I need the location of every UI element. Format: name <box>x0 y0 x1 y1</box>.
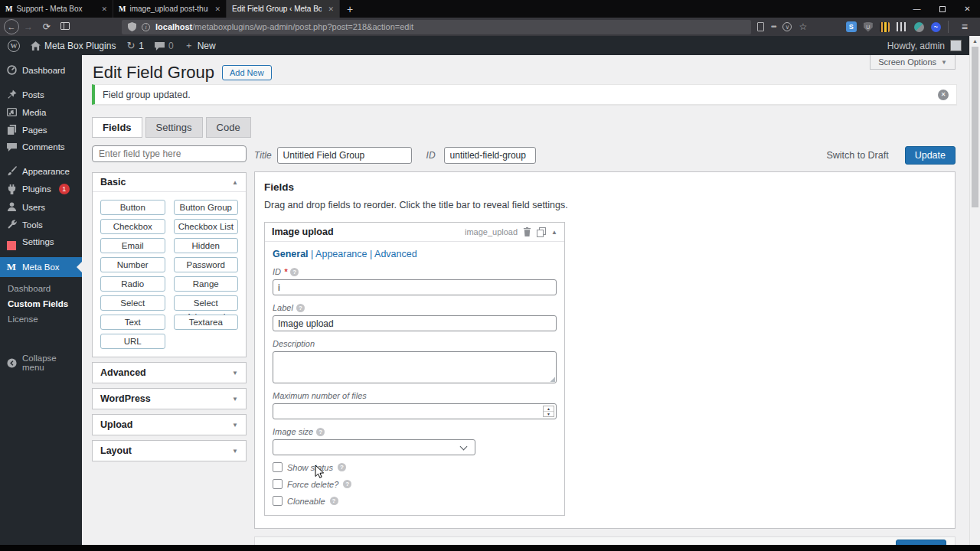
switch-to-draft-link[interactable]: Switch to Draft <box>826 150 888 161</box>
advanced-section-header[interactable]: Advanced ▼ <box>93 363 246 383</box>
field-box-header[interactable]: Image upload image_upload ▲ <box>265 223 564 242</box>
back-icon[interactable]: ← <box>4 19 19 34</box>
reader-mode-icon[interactable] <box>757 22 764 31</box>
scrollbar-thumb[interactable] <box>972 47 978 207</box>
dismiss-notice-icon[interactable]: ✕ <box>938 90 949 100</box>
field-group-title-input[interactable] <box>277 147 412 164</box>
tab-fields[interactable]: Fields <box>92 117 142 138</box>
bars-extension-icon[interactable] <box>897 22 907 31</box>
site-info-icon[interactable]: i <box>142 23 150 31</box>
submenu-item-custom-fields[interactable]: Custom Fields <box>0 296 82 311</box>
browser-tab-support[interactable]: M Support - Meta Box ✕ <box>0 0 113 18</box>
field-type-button[interactable]: Radio <box>100 276 165 292</box>
force-delete-row[interactable]: Force delete? ? <box>273 479 557 489</box>
url-bar[interactable]: i localhost/metaboxplugins/wp-admin/post… <box>122 20 751 34</box>
swirl-extension-icon[interactable]: ~ <box>931 22 941 32</box>
show-status-row[interactable]: Show status ? <box>273 462 557 472</box>
field-type-button[interactable]: Checkbox List <box>174 219 239 234</box>
field-type-button[interactable]: Password <box>174 257 239 272</box>
page-actions-menu-icon[interactable]: ••• <box>771 23 776 31</box>
image-size-select[interactable] <box>273 439 475 455</box>
reload-icon[interactable]: ⟳ <box>38 21 56 32</box>
sidebar-item-media[interactable]: Media <box>0 103 82 121</box>
field-tab-advanced[interactable]: Advanced <box>374 249 417 259</box>
close-icon[interactable]: ✕ <box>99 5 107 13</box>
field-id-input[interactable] <box>273 279 557 295</box>
field-type-button[interactable]: Button Group <box>174 200 239 215</box>
field-type-button[interactable]: Range <box>174 276 239 292</box>
field-type-button[interactable]: URL <box>100 334 165 349</box>
field-type-button[interactable]: Select Advanced <box>174 295 239 311</box>
page-scrollbar[interactable]: ▲ <box>969 36 980 545</box>
menu-hamburger-icon[interactable]: ≡ <box>956 21 975 33</box>
sidebar-item-posts[interactable]: Posts <box>0 86 82 103</box>
field-type-button[interactable]: Email <box>100 238 165 253</box>
collapse-menu-button[interactable]: Collapse menu <box>0 350 82 376</box>
admin-bar-updates[interactable]: ↻ 1 <box>126 40 144 51</box>
help-icon[interactable]: ? <box>343 480 351 488</box>
browser-tab-image-upload[interactable]: M image_upload post-thumbnai ✕ <box>113 0 227 18</box>
upload-section-header[interactable]: Upload ▼ <box>93 415 246 435</box>
admin-bar-comments[interactable]: 0 <box>155 41 174 51</box>
browser-tab-edit-field-group[interactable]: Edit Field Group ‹ Meta Box Plugins ✕ <box>227 0 340 18</box>
sidebar-item-plugins[interactable]: Plugins 1 <box>0 180 82 198</box>
close-icon[interactable]: ✕ <box>325 5 334 13</box>
help-icon[interactable]: ? <box>296 304 305 312</box>
sidebar-item-meta-box[interactable]: M Meta Box <box>0 257 82 277</box>
update-button[interactable]: Update <box>896 540 946 545</box>
force-delete-checkbox[interactable] <box>273 479 283 489</box>
layout-section-header[interactable]: Layout ▼ <box>93 441 246 461</box>
field-description-textarea[interactable] <box>273 351 557 383</box>
sidebar-item-comments[interactable]: Comments <box>0 139 82 155</box>
admin-bar-new[interactable]: ＋ New <box>185 39 216 52</box>
cloneable-checkbox[interactable] <box>273 496 283 506</box>
update-button[interactable]: Update <box>905 146 956 165</box>
stylus-extension-icon[interactable]: S <box>846 21 857 32</box>
wordpress-section-header[interactable]: WordPress ▼ <box>93 389 246 409</box>
help-icon[interactable]: ? <box>290 268 299 276</box>
field-tab-appearance[interactable]: Appearance <box>315 249 367 259</box>
show-status-checkbox[interactable] <box>273 462 283 472</box>
close-window-icon[interactable]: ✕ <box>955 0 980 18</box>
submenu-item-dashboard[interactable]: Dashboard <box>0 281 82 296</box>
basic-section-header[interactable]: Basic ▲ <box>93 173 246 192</box>
forward-icon[interactable]: → <box>19 21 38 32</box>
field-type-button[interactable]: Button <box>100 200 165 215</box>
add-new-button[interactable]: Add New <box>222 65 272 80</box>
help-icon[interactable]: ? <box>330 497 338 505</box>
delete-field-icon[interactable] <box>523 227 531 236</box>
sidebar-item-dashboard[interactable]: Dashboard <box>0 61 82 79</box>
tab-settings[interactable]: Settings <box>145 117 203 138</box>
field-type-button[interactable]: Select <box>100 295 165 311</box>
duplicate-field-icon[interactable] <box>537 227 546 237</box>
screen-options-button[interactable]: Screen Options ▼ <box>870 55 956 70</box>
field-type-button[interactable]: Number <box>100 257 165 272</box>
sidebar-item-users[interactable]: Users <box>0 198 82 216</box>
help-icon[interactable]: ? <box>316 428 325 436</box>
globe-extension-icon[interactable] <box>914 22 924 32</box>
submenu-item-license[interactable]: License <box>0 311 82 327</box>
collapse-field-icon[interactable]: ▲ <box>551 229 557 236</box>
field-type-button[interactable]: Hidden <box>174 238 239 253</box>
resize-grip-icon[interactable] <box>550 377 555 382</box>
cloneable-row[interactable]: Cloneable ? <box>273 496 557 506</box>
bookmark-star-icon[interactable]: ☆ <box>799 21 807 32</box>
ublock-extension-icon[interactable]: U <box>864 22 873 32</box>
field-type-search-input[interactable] <box>92 145 247 162</box>
number-spinner[interactable]: ▲ ▼ <box>543 406 554 417</box>
sidebar-item-appearance[interactable]: Appearance <box>0 162 82 180</box>
avatar[interactable] <box>950 40 962 51</box>
field-label-input[interactable] <box>273 315 557 331</box>
field-type-button[interactable]: Text <box>100 315 165 330</box>
pocket-icon[interactable]: ∨ <box>782 22 792 31</box>
spin-down-icon[interactable]: ▼ <box>544 411 554 416</box>
howdy-admin-link[interactable]: Howdy, admin <box>887 41 945 51</box>
sidebar-item-settings[interactable]: Settings <box>0 233 82 250</box>
field-tab-general[interactable]: General <box>273 249 309 259</box>
close-icon[interactable]: ✕ <box>212 5 220 13</box>
scroll-up-icon[interactable]: ▲ <box>970 36 980 46</box>
sidebar-toggle-icon[interactable] <box>56 21 74 32</box>
field-type-button[interactable]: Textarea <box>174 315 239 330</box>
wp-logo-icon[interactable]: W <box>8 40 20 52</box>
max-files-input[interactable] <box>273 403 557 419</box>
